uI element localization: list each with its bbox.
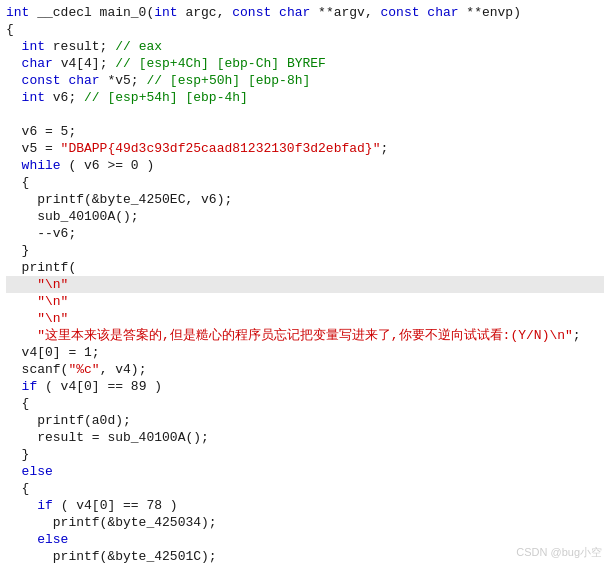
code-line: if ( v4[0] == 89 ) — [6, 378, 604, 395]
code-line: printf(&byte_425034); — [6, 514, 604, 531]
code-line: int __cdecl main_0(int argc, const char … — [6, 4, 604, 21]
code-line: "\n" — [6, 293, 604, 310]
code-line: int result; // eax — [6, 38, 604, 55]
code-line: const char *v5; // [esp+50h] [ebp-8h] — [6, 72, 604, 89]
code-line: printf(&byte_4250EC, v6); — [6, 191, 604, 208]
code-line: { — [6, 21, 604, 38]
code-line: sub_40100A(); — [6, 208, 604, 225]
code-line: v4[0] = 1; — [6, 344, 604, 361]
code-line: "\n" — [6, 310, 604, 327]
code-line: if ( v4[0] == 78 ) — [6, 497, 604, 514]
code-line: v5 = "DBAPP{49d3c93df25caad81232130f3d2e… — [6, 140, 604, 157]
code-line: else — [6, 531, 604, 548]
code-line: printf(a0d); — [6, 412, 604, 429]
code-line: scanf("%c", v4); — [6, 361, 604, 378]
code-line: { — [6, 395, 604, 412]
code-line: printf( — [6, 259, 604, 276]
code-line: char v4[4]; // [esp+4Ch] [ebp-Ch] BYREF — [6, 55, 604, 72]
code-line: } — [6, 446, 604, 463]
code-line: v6 = 5; — [6, 123, 604, 140]
code-line: { — [6, 174, 604, 191]
watermark: CSDN @bug小空 — [516, 545, 602, 560]
code-line: "这里本来该是答案的,但是糙心的程序员忘记把变量写进来了,你要不逆向试试看:(Y… — [6, 327, 604, 344]
code-line — [6, 106, 604, 123]
code-editor: int __cdecl main_0(int argc, const char … — [0, 0, 610, 566]
code-line: int v6; // [esp+54h] [ebp-4h] — [6, 89, 604, 106]
code-line: result = sub_40100A(); — [6, 429, 604, 446]
code-content: int __cdecl main_0(int argc, const char … — [6, 4, 604, 566]
code-line: } — [6, 242, 604, 259]
code-line: "\n" — [6, 276, 604, 293]
code-line: while ( v6 >= 0 ) — [6, 157, 604, 174]
code-line: else — [6, 463, 604, 480]
code-line: printf(&byte_42501C); — [6, 548, 604, 565]
code-line: { — [6, 480, 604, 497]
code-line: --v6; — [6, 225, 604, 242]
